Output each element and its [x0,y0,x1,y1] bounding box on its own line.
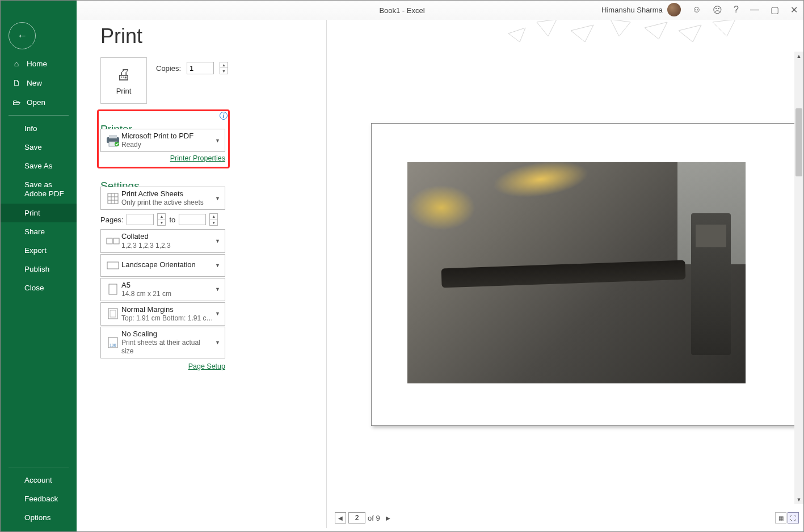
scroll-up-icon[interactable]: ▲ [794,52,803,61]
page-title: Print [100,24,142,48]
print-preview [335,49,799,506]
svg-rect-9 [107,238,112,244]
sidebar-label: Save As [24,162,53,170]
info-icon[interactable]: i [220,112,228,120]
copies-input[interactable] [187,62,214,74]
preview-page [371,123,799,426]
sidebar-item-saveas[interactable]: Save As [1,157,77,175]
sidebar-item-publish[interactable]: Publish [1,260,77,278]
titlebar: Book1 - Excel Himanshu Sharma ☺ ☹ ? — ▢ … [1,1,803,20]
printer-properties-link[interactable]: Printer Properties [170,154,225,162]
spinner-up-icon[interactable]: ▲ [220,62,228,68]
sidebar-item-export[interactable]: Export [1,241,77,260]
close-icon[interactable]: ✕ [790,5,798,15]
frown-icon[interactable]: ☹ [713,5,722,15]
pages-label: Pages: [100,216,123,224]
sidebar-item-print[interactable]: Print [1,204,77,222]
scroll-down-icon[interactable]: ▼ [794,495,803,504]
sidebar-item-home[interactable]: ⌂ Home [1,54,77,73]
chevron-down-icon: ▼ [214,196,221,201]
page-setup-link[interactable]: Page Setup [188,362,225,370]
dd-sublabel: 1,2,3 1,2,3 1,2,3 [121,242,214,250]
dd-label: Normal Margins [121,305,214,314]
svg-rect-4 [108,193,118,204]
svg-point-3 [115,142,119,146]
sidebar-item-close[interactable]: Close [1,278,77,297]
page-navigator: ◀ of 9 ▶ [335,512,394,523]
dd-label: Landscape Orientation [121,260,214,269]
sidebar-label: New [27,79,42,87]
spinner-down-icon[interactable]: ▼ [220,68,228,74]
printer-select[interactable]: Microsoft Print to PDF Ready ▼ [100,129,225,152]
prev-page-button[interactable]: ◀ [335,512,346,523]
sidebar-label: Open [27,98,45,107]
preview-scrollbar[interactable]: ▲ ▼ [794,52,803,504]
scaling-icon: 100 [104,334,121,351]
chevron-down-icon: ▼ [214,238,221,244]
svg-rect-12 [109,284,117,294]
copies-spinner[interactable]: ▲ ▼ [220,62,228,74]
svg-rect-14 [110,310,116,317]
user-account[interactable]: Himanshu Sharma [601,3,681,16]
scaling-select[interactable]: 100 No Scaling Print sheets at their act… [100,327,225,358]
minimize-icon[interactable]: — [750,5,759,15]
sidebar-label: Share [24,227,45,236]
printer-status: Ready [121,141,214,149]
svg-rect-10 [113,238,119,244]
back-button[interactable]: ← [9,22,36,49]
user-name: Himanshu Sharma [601,6,663,14]
sidebar-item-account[interactable]: Account [1,471,77,489]
sidebar-label: Feedback [24,495,58,503]
sidebar-label: Save [24,143,42,151]
dd-label: Print Active Sheets [121,189,214,199]
pages-to-input[interactable] [179,214,206,225]
paper-size-select[interactable]: A5 14.8 cm x 21 cm ▼ [100,278,225,301]
margins-select[interactable]: Normal Margins Top: 1.91 cm Bottom: 1.91… [100,302,225,326]
chevron-down-icon: ▼ [214,263,221,268]
dd-sublabel: 14.8 cm x 21 cm [121,290,214,298]
current-page-input[interactable] [348,512,365,523]
scroll-thumb[interactable] [795,108,802,176]
sidebar-item-feedback[interactable]: Feedback [1,489,77,508]
sidebar-label: Export [24,246,47,255]
dd-sublabel: Top: 1.91 cm Bottom: 1.91 c… [121,314,214,323]
chevron-down-icon: ▼ [214,286,221,292]
sidebar-item-save[interactable]: Save [1,138,77,157]
sidebar-label: Save as Adobe PDF [24,180,70,199]
sidebar-label: Info [24,124,37,133]
sidebar-item-open[interactable]: 🗁 Open [1,92,77,112]
collation-select[interactable]: Collated 1,2,3 1,2,3 1,2,3 ▼ [100,229,225,252]
maximize-icon[interactable]: ▢ [771,5,779,15]
sidebar-item-new[interactable]: 🗋 New [1,73,77,92]
pages-from-spinner[interactable]: ▲▼ [157,213,166,226]
print-button[interactable]: 🖨 Print [100,57,147,104]
margins-icon [104,305,121,322]
sidebar-item-info[interactable]: Info [1,119,77,138]
help-icon[interactable]: ? [734,5,739,15]
sidebar-label: Account [24,476,52,484]
preview-image [407,162,746,383]
pages-from-input[interactable] [127,214,154,225]
pages-to-spinner[interactable]: ▲▼ [209,213,218,226]
copies-label: Copies: [156,64,181,73]
sidebar-item-options[interactable]: Options [1,508,77,527]
window-title: Book1 - Excel [379,6,424,15]
chevron-down-icon: ▼ [214,138,221,143]
avatar [667,3,681,16]
dd-label: Collated [121,232,214,241]
zoom-to-page-button[interactable]: ⛶ [788,512,799,523]
home-icon: ⌂ [12,59,21,68]
pages-to-label: to [169,216,175,224]
next-page-button[interactable]: ▶ [382,512,394,523]
dd-sublabel: Print sheets at their actual size [121,339,214,356]
orientation-select[interactable]: Landscape Orientation ▼ [100,254,225,277]
sidebar-label: Publish [24,265,49,273]
dd-label: No Scaling [121,330,214,339]
page-icon [104,281,121,298]
sidebar-item-saveadobe[interactable]: Save as Adobe PDF [1,175,77,204]
print-what-select[interactable]: Print Active Sheets Only print the activ… [100,187,225,210]
smile-icon[interactable]: ☺ [692,5,701,15]
show-margins-button[interactable]: ▦ [775,512,786,523]
sidebar-item-share[interactable]: Share [1,222,77,241]
collated-icon [104,233,121,250]
